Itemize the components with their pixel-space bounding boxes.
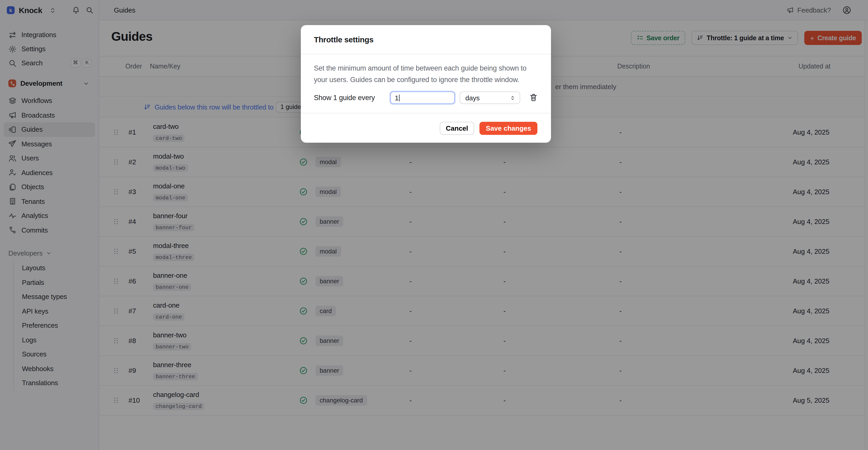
throttle-amount-label: Show 1 guide every: [314, 94, 375, 102]
modal-footer: Cancel Save changes: [301, 113, 551, 143]
throttle-settings-modal: Throttle settings Set the minimum amount…: [301, 25, 551, 143]
trash-icon[interactable]: [529, 93, 538, 102]
throttle-unit-value: days: [465, 94, 480, 102]
modal-title: Throttle settings: [301, 25, 551, 54]
throttle-unit-select[interactable]: days: [460, 91, 520, 104]
app-root: k Knock IntegrationsSettingsSearch⌘K Dev…: [0, 0, 868, 450]
throttle-amount-input[interactable]: 1: [390, 91, 455, 104]
save-changes-button[interactable]: Save changes: [480, 121, 537, 135]
cancel-button[interactable]: Cancel: [439, 121, 474, 135]
modal-form-row: Show 1 guide every 1 days: [314, 91, 538, 104]
text-caret: [399, 94, 400, 101]
modal-description: Set the minimum amount of time between e…: [301, 54, 551, 85]
throttle-amount-value: 1: [395, 94, 399, 102]
select-stepper-icon: [510, 94, 516, 101]
